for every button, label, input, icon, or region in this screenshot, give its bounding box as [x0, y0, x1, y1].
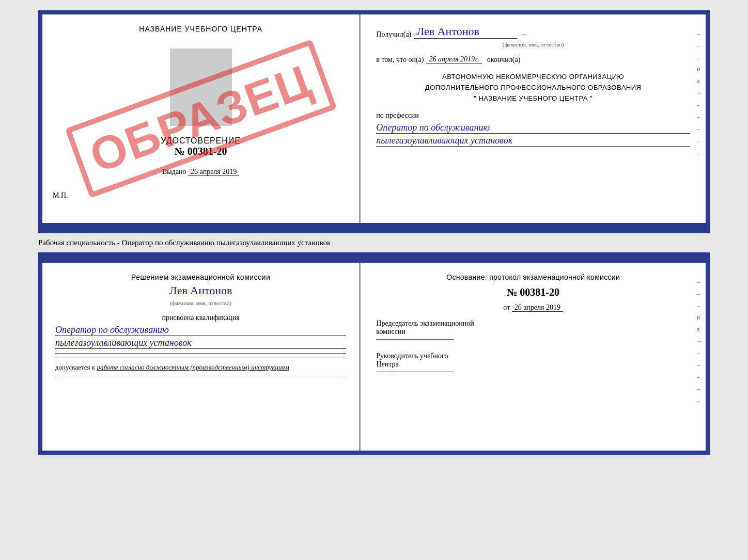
mark4: и — [697, 66, 703, 73]
mp-line: М.П. — [53, 191, 68, 200]
separator-bar-top — [38, 227, 710, 233]
mark9: – — [697, 125, 703, 133]
po-professii-label: по профессии — [376, 111, 690, 120]
certificate-top: НАЗВАНИЕ УЧЕБНОГО ЦЕНТРА УДОСТОВЕРЕНИЕ №… — [38, 10, 710, 227]
fio-label-top: (фамилия, имя, отчество) — [376, 41, 690, 47]
mark6: ← — [697, 89, 703, 97]
bottom-right-side-marks: – – – и а ← – – – – – — [697, 278, 703, 405]
predsedatel-line1: Председатель экзаменационной — [376, 319, 690, 328]
osnov-line: Основание: протокол экзаменационной коми… — [376, 273, 690, 281]
org-line1: АВТОНОМНУЮ НЕКОММЕРЧЕСКУЮ ОРГАНИЗАЦИЮ — [376, 72, 690, 83]
cert-right-panel: Получил(а) Лев Антонов – (фамилия, имя, … — [361, 14, 706, 223]
v-tom-chto-label: в том, что он(а) — [376, 56, 424, 64]
resheniem-line: Решением экзаменационной комиссии — [55, 273, 346, 281]
udostoverenie-label: УДОСТОВЕРЕНИЕ — [161, 136, 241, 146]
right-side-marks: – – – и а ← – – – – – — [697, 30, 703, 156]
profession-line1: Оператор по обслуживанию — [376, 122, 690, 134]
vydano-line: Выдано 26 апреля 2019 — [162, 168, 239, 176]
ot-date: 26 апреля 2019 — [512, 303, 563, 312]
dopuskaetsya-line: допускается к работе согласно должностны… — [55, 363, 346, 372]
mark5: а — [697, 77, 703, 85]
document-container: НАЗВАНИЕ УЧЕБНОГО ЦЕНТРА УДОСТОВЕРЕНИЕ №… — [38, 10, 710, 455]
rukovoditel-line1: Руководитель учебного — [376, 352, 690, 360]
certificate-bottom: Решением экзаменационной комиссии Лев Ан… — [38, 259, 710, 455]
vydano-label: Выдано — [162, 168, 186, 175]
profession-line2: пылегазоулавливающих установок — [376, 135, 690, 147]
udostoverenie-block: УДОСТОВЕРЕНИЕ № 00381-20 — [161, 136, 241, 157]
predsedatel-block: Председатель экзаменационной комиссии — [376, 319, 690, 344]
middle-text: Рабочая специальность - Оператор по обсл… — [38, 233, 710, 252]
ot-label: от — [503, 303, 510, 311]
completion-date: 26 апреля 2019г. — [426, 55, 481, 64]
prisvoena-line: присвоена квалификация — [55, 314, 346, 322]
cert-left-panel: НАЗВАНИЕ УЧЕБНОГО ЦЕНТРА УДОСТОВЕРЕНИЕ №… — [42, 14, 361, 223]
mark2: – — [697, 42, 703, 50]
rukovoditel-line2: Центра — [376, 360, 690, 369]
cert-title: НАЗВАНИЕ УЧЕБНОГО ЦЕНТРА — [139, 25, 262, 33]
bottom-recipient-name: Лев Антонов — [55, 284, 346, 297]
poluchil-label: Получил(а) — [376, 30, 411, 39]
dopuskaetsya-label: допускается к — [55, 363, 95, 371]
fio-label-bottom: (фамилия, имя, отчество) — [55, 300, 346, 306]
bottom-left-panel: Решением экзаменационной комиссии Лев Ан… — [42, 263, 361, 451]
recipient-name: Лев Антонов — [414, 25, 517, 39]
mark11: – — [697, 149, 703, 156]
work-text: работе согласно должностным (производств… — [97, 363, 289, 371]
vydano-date: 26 апреля 2019 — [188, 168, 239, 176]
poluchil-line: Получил(а) Лев Антонов – — [376, 25, 690, 39]
kvali-line2: пылегазоулавливающих установок — [55, 338, 346, 349]
mark10: – — [697, 137, 703, 145]
bottom-right-panel: Основание: протокол экзаменационной коми… — [361, 263, 706, 451]
protocol-number: № 00381-20 — [376, 286, 690, 298]
mark3: – — [697, 54, 703, 61]
org-block: АВТОНОМНУЮ НЕКОММЕРЧЕСКУЮ ОРГАНИЗАЦИЮ ДО… — [376, 72, 690, 104]
separator-bar-bottom — [38, 252, 710, 259]
predsedatel-sign-line — [376, 339, 454, 340]
cert-number: № 00381-20 — [161, 146, 241, 157]
rukovoditel-block: Руководитель учебного Центра — [376, 352, 690, 377]
mark7: – — [697, 101, 703, 109]
mark1: – — [697, 30, 703, 38]
org-line3: " НАЗВАНИЕ УЧЕБНОГО ЦЕНТРА " — [376, 93, 690, 104]
predsedatel-line2: комиссии — [376, 328, 690, 336]
mark8: – — [697, 113, 703, 121]
ot-line: от 26 апреля 2019 — [376, 303, 690, 312]
org-line2: ДОПОЛНИТЕЛЬНОГО ПРОФЕССИОНАЛЬНОГО ОБРАЗО… — [376, 83, 690, 93]
v-tom-chto-line: в том, что он(а) 26 апреля 2019г. окончи… — [376, 55, 690, 64]
rukovoditel-sign-line — [376, 372, 454, 372]
kvali-line1: Оператор по обслуживанию — [55, 325, 346, 336]
photo-placeholder — [170, 49, 232, 126]
okonchil-label: окончил(а) — [487, 56, 521, 64]
